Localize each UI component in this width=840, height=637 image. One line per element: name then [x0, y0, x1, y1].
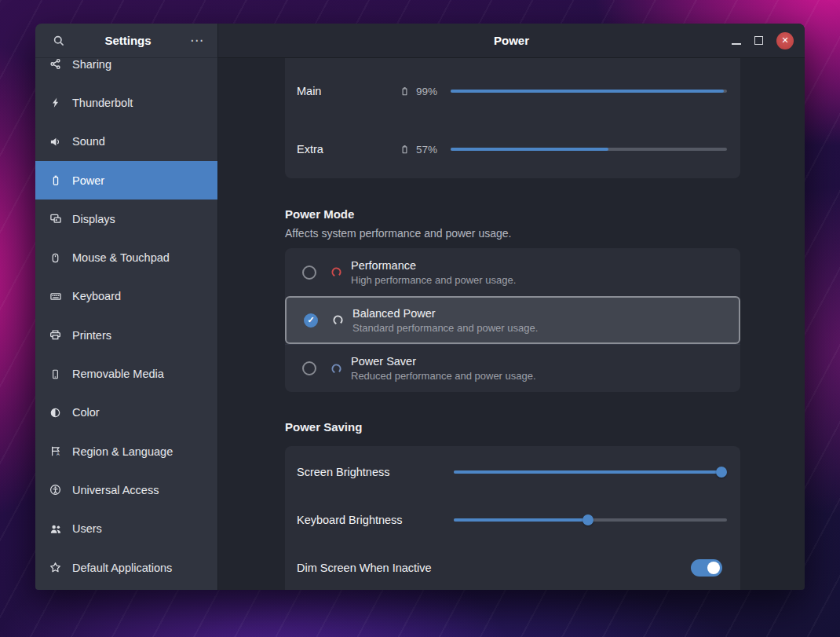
battery-row-extra: Extra 57% [285, 120, 740, 178]
battery-status-card: Main 99% Extra [285, 58, 740, 178]
slider-handle[interactable] [583, 514, 593, 525]
mode-label: Power Saver [351, 355, 536, 368]
screen-brightness-row: Screen Brightness [285, 448, 740, 496]
slider-handle[interactable] [716, 467, 727, 478]
printer-icon [49, 329, 62, 342]
language-icon: A [49, 445, 62, 458]
removable-media-icon [49, 368, 62, 380]
battery-percent: 99% [416, 86, 446, 97]
sound-icon [49, 135, 62, 148]
battery-name: Extra [297, 143, 399, 156]
slider-fill [454, 518, 588, 522]
sidebar-item-label: Displays [72, 213, 115, 225]
sidebar-item-label: Region & Language [72, 445, 173, 458]
desktop-wallpaper: Settings ⋯ Sharing [0, 0, 840, 637]
sidebar-item-color[interactable]: Color [35, 394, 217, 432]
sidebar-item-mouse-touchpad[interactable]: Mouse & Touchpad [35, 238, 217, 276]
sidebar-item-sound[interactable]: Sound [35, 123, 217, 161]
radio-performance[interactable] [302, 265, 316, 280]
star-icon [49, 562, 62, 574]
svg-text:A: A [56, 452, 59, 456]
mouse-icon [49, 251, 62, 264]
sidebar-item-power[interactable]: Power [35, 161, 217, 200]
sidebar-item-label: Mouse & Touchpad [72, 251, 170, 264]
battery-icon [399, 144, 410, 155]
mode-text: Balanced Power Standard performance and … [352, 307, 538, 334]
mode-text: Power Saver Reduced performance and powe… [351, 355, 536, 382]
titlebar: Power ✕ [218, 24, 805, 58]
sidebar-item-label: Users [72, 522, 102, 535]
sidebar-item-region-language[interactable]: A Region & Language [35, 432, 217, 470]
dim-screen-row: Dim Screen When Inactive [285, 544, 740, 590]
battery-icon [399, 86, 410, 97]
main-panel: Power ✕ Main [218, 24, 805, 590]
users-icon [49, 522, 62, 535]
power-panel-content: Main 99% Extra [218, 58, 805, 590]
sidebar-item-sharing[interactable]: Sharing [35, 58, 217, 83]
sidebar-item-label: Removable Media [72, 368, 164, 380]
battery-level-bar [451, 90, 727, 93]
mode-option-balanced-power[interactable]: ✓ Balanced Power Standard performance an… [285, 296, 740, 344]
page-title: Power [218, 34, 805, 47]
sidebar-item-label: Thunderbolt [72, 97, 133, 109]
sidebar-item-default-applications[interactable]: Default Applications [35, 548, 217, 587]
sidebar: Settings ⋯ Sharing [35, 24, 218, 590]
mode-option-power-saver[interactable]: Power Saver Reduced performance and powe… [285, 344, 740, 392]
sidebar-item-label: Sound [72, 135, 105, 148]
power-mode-list: Performance High performance and power u… [285, 248, 740, 392]
sidebar-item-universal-access[interactable]: Universal Access [35, 470, 217, 509]
keyboard-brightness-label: Keyboard Brightness [297, 514, 403, 526]
battery-row-main: Main 99% [285, 62, 740, 120]
mode-text: Performance High performance and power u… [351, 259, 516, 286]
sidebar-item-displays[interactable]: Displays [35, 200, 217, 238]
keyboard-brightness-row: Keyboard Brightness [285, 496, 740, 544]
performance-icon [331, 266, 342, 278]
sidebar-item-label: Default Applications [72, 562, 172, 574]
minimize-button[interactable] [732, 34, 741, 48]
sidebar-header: Settings ⋯ [35, 24, 217, 58]
keyboard-brightness-slider[interactable] [454, 514, 727, 525]
search-icon[interactable] [53, 34, 67, 48]
displays-icon [49, 213, 62, 225]
sidebar-item-label: Universal Access [72, 484, 159, 496]
mode-label: Balanced Power [352, 307, 538, 320]
sidebar-item-keyboard[interactable]: Keyboard [35, 277, 217, 316]
sidebar-item-users[interactable]: Users [35, 510, 217, 548]
battery-name: Main [297, 85, 399, 97]
menu-icon[interactable]: ⋯ [189, 32, 205, 49]
battery-percent: 57% [416, 144, 446, 156]
sidebar-item-printers[interactable]: Printers [35, 316, 217, 354]
power-saver-icon [331, 363, 342, 375]
toggle-knob [707, 562, 720, 574]
sidebar-item-thunderbolt[interactable]: Thunderbolt [35, 83, 217, 122]
sidebar-item-label: Printers [72, 329, 111, 342]
sidebar-item-label: Color [72, 406, 100, 419]
power-mode-heading: Power Mode [285, 207, 805, 221]
power-saving-card: Screen Brightness Keyboard Brightness [285, 446, 740, 590]
dim-screen-toggle[interactable] [691, 559, 722, 577]
battery-level-fill [451, 90, 724, 93]
accessibility-icon [49, 484, 62, 496]
mode-description: Standard performance and power usage. [352, 322, 538, 334]
screen-brightness-slider[interactable] [454, 467, 727, 478]
close-button[interactable]: ✕ [776, 32, 794, 49]
balanced-power-icon [332, 314, 344, 326]
mode-description: High performance and power usage. [351, 274, 516, 286]
power-saving-heading: Power Saving [285, 420, 805, 434]
dim-screen-label: Dim Screen When Inactive [297, 562, 432, 574]
thunderbolt-icon [49, 97, 62, 109]
slider-fill [454, 470, 721, 474]
radio-balanced-power-checked[interactable]: ✓ [304, 313, 318, 328]
sidebar-item-label: Keyboard [72, 290, 121, 302]
radio-power-saver[interactable] [302, 361, 316, 375]
settings-window: Settings ⋯ Sharing [35, 24, 805, 590]
maximize-button[interactable] [754, 36, 763, 45]
screen-brightness-label: Screen Brightness [297, 466, 389, 478]
battery-level-fill [451, 148, 608, 151]
sidebar-list: Sharing Thunderbolt Sound [35, 58, 217, 590]
sidebar-item-removable-media[interactable]: Removable Media [35, 354, 217, 393]
mode-description: Reduced performance and power usage. [351, 370, 536, 382]
keyboard-icon [49, 290, 62, 302]
mode-option-performance[interactable]: Performance High performance and power u… [285, 248, 740, 296]
battery-level-bar [451, 148, 727, 151]
